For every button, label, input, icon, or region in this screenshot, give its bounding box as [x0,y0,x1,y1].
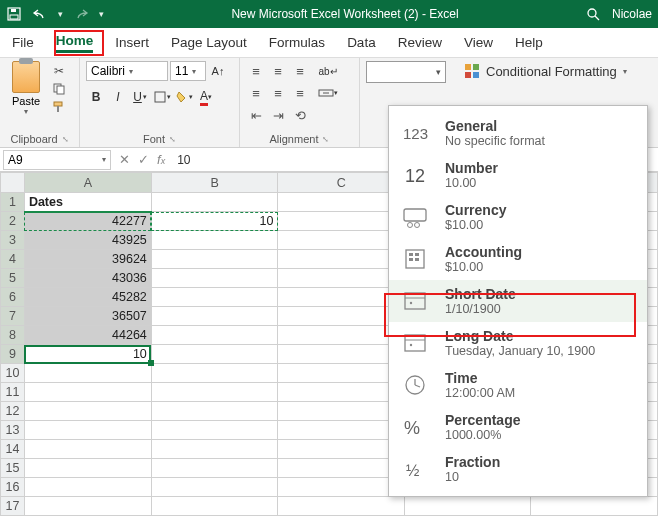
conditional-formatting-icon [464,63,480,79]
cell[interactable] [278,193,405,212]
svg-point-19 [408,223,413,228]
align-top-icon[interactable]: ≡ [246,61,266,81]
row-header[interactable]: 16 [1,478,25,497]
font-name-combo[interactable]: Calibri▾ [86,61,168,81]
row-header[interactable]: 2 [1,212,25,231]
select-all-corner[interactable] [1,173,25,193]
row-header[interactable]: 6 [1,288,25,307]
row-header[interactable]: 4 [1,250,25,269]
tab-home[interactable]: Home [56,33,94,53]
font-group-label: Font [143,133,165,145]
svg-rect-24 [409,258,413,261]
merge-center-icon[interactable]: ▾ [318,83,338,103]
row-header[interactable]: 15 [1,459,25,478]
tab-review[interactable]: Review [398,35,442,50]
cell-a1[interactable]: Dates [24,193,151,212]
tab-insert[interactable]: Insert [115,35,149,50]
row-header[interactable]: 14 [1,440,25,459]
row-header[interactable]: 12 [1,402,25,421]
undo-dropdown-icon[interactable]: ▾ [58,9,63,19]
increase-indent-icon[interactable]: ⇥ [268,105,288,125]
col-header-a[interactable]: A [24,173,151,193]
row-header[interactable]: 11 [1,383,25,402]
align-bottom-icon[interactable]: ≡ [290,61,310,81]
row-header[interactable]: 17 [1,497,25,516]
col-header-c[interactable]: C [278,173,405,193]
font-size-combo[interactable]: 11▾ [170,61,206,81]
dd-item-long-date[interactable]: Long DateTuesday, January 10, 1900 [389,322,647,364]
number-format-combo[interactable]: ▾ [366,61,446,83]
redo-icon[interactable] [73,6,89,22]
row-header[interactable]: 7 [1,307,25,326]
row-header[interactable]: 1 [1,193,25,212]
cell[interactable]: 39624 [24,250,151,269]
orientation-icon[interactable]: ⟲ [290,105,310,125]
svg-rect-2 [11,9,16,12]
bold-button[interactable]: B [86,87,106,107]
cell[interactable]: 44264 [24,326,151,345]
row-header[interactable]: 3 [1,231,25,250]
svg-rect-26 [405,293,425,309]
fx-icon[interactable]: fx [157,152,165,167]
dd-item-currency[interactable]: Currency$10.00 [389,196,647,238]
svg-point-20 [415,223,420,228]
enter-formula-icon[interactable]: ✓ [138,152,149,167]
align-right-icon[interactable]: ≡ [290,83,310,103]
align-middle-icon[interactable]: ≡ [268,61,288,81]
name-box[interactable]: A9 ▾ [3,150,111,170]
cell[interactable] [151,193,278,212]
underline-button[interactable]: U▾ [130,87,150,107]
row-header[interactable]: 8 [1,326,25,345]
font-size-value: 11 [175,64,188,78]
dd-item-general[interactable]: 123 GeneralNo specific format [389,112,647,154]
dd-item-fraction[interactable]: ½ Fraction10 [389,448,647,490]
tab-file[interactable]: File [12,35,34,50]
format-painter-icon[interactable] [50,99,68,115]
qat-customize-icon[interactable]: ▾ [99,9,104,19]
dd-sub: 1/10/1900 [445,302,516,316]
alignment-launcher-icon[interactable]: ⤡ [322,135,329,144]
row-header[interactable]: 13 [1,421,25,440]
font-color-button[interactable]: A▾ [196,87,216,107]
row-header[interactable]: 5 [1,269,25,288]
cell[interactable]: 36507 [24,307,151,326]
dd-item-time[interactable]: Time12:00:00 AM [389,364,647,406]
decrease-indent-icon[interactable]: ⇤ [246,105,266,125]
align-left-icon[interactable]: ≡ [246,83,266,103]
increase-font-icon[interactable]: A↑ [208,61,228,81]
tab-help[interactable]: Help [515,35,543,50]
cell[interactable]: 43925 [24,231,151,250]
col-header-b[interactable]: B [151,173,278,193]
border-button[interactable]: ▾ [152,87,172,107]
dd-item-short-date[interactable]: Short Date1/10/1900 [389,280,647,322]
dd-item-accounting[interactable]: Accounting$10.00 [389,238,647,280]
cell[interactable]: 45282 [24,288,151,307]
tab-page-layout[interactable]: Page Layout [171,35,247,50]
tab-view[interactable]: View [464,35,493,50]
italic-button[interactable]: I [108,87,128,107]
cancel-formula-icon[interactable]: ✕ [119,152,130,167]
dd-item-number[interactable]: 12 Number10.00 [389,154,647,196]
tab-data[interactable]: Data [347,35,376,50]
undo-icon[interactable] [32,6,48,22]
clipboard-launcher-icon[interactable]: ⤡ [62,135,69,144]
row-header[interactable]: 10 [1,364,25,383]
cell-a9-active[interactable]: 10 [24,345,151,364]
conditional-formatting-button[interactable]: Conditional Formatting ▾ [460,61,631,81]
wrap-text-icon[interactable]: ab↵ [318,61,338,81]
row-header[interactable]: 9 [1,345,25,364]
font-launcher-icon[interactable]: ⤡ [169,135,176,144]
cell[interactable]: 43036 [24,269,151,288]
copy-icon[interactable] [50,81,68,97]
cell-a2[interactable]: 42277 [24,212,151,231]
tab-formulas[interactable]: Formulas [269,35,325,50]
search-icon[interactable] [586,7,600,21]
paste-button[interactable]: Paste ▾ [6,61,46,116]
align-center-icon[interactable]: ≡ [268,83,288,103]
user-name[interactable]: Nicolae [612,7,652,21]
dd-item-percentage[interactable]: % Percentage1000.00% [389,406,647,448]
save-icon[interactable] [6,6,22,22]
cell-b2[interactable]: 10 [151,212,278,231]
cut-icon[interactable]: ✂ [50,63,68,79]
fill-color-button[interactable]: ▾ [174,87,194,107]
